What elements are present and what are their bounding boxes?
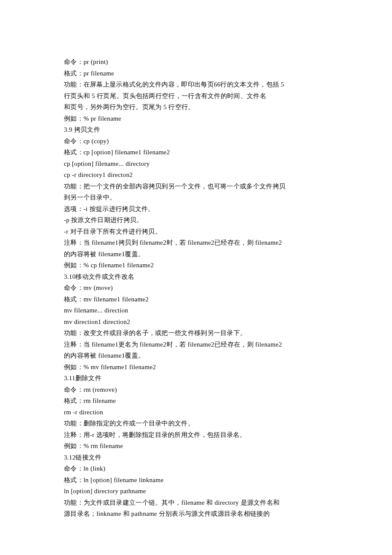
text-line: 例如：% pr filename <box>64 113 328 124</box>
text-line: cp [option] filename... directory <box>64 158 328 170</box>
text-line: ln [option] directory pathname <box>64 486 328 497</box>
text-line: 源目录名；linkname 和 pathname 分别表示与源文件或源目录名相链… <box>64 508 328 520</box>
text-line: 注释：当 filename1更名为 filename2时，若 filename2… <box>64 339 328 350</box>
text-line: -p 按原文件日期进行拷贝。 <box>64 214 328 226</box>
text-line: 例如：% cp filename1 filename2 <box>64 260 328 271</box>
text-line: 格式：cp [option] filename1 filename2 <box>64 147 328 158</box>
text-line: 命令：rm (remove) <box>64 384 328 396</box>
text-line: 行页头和 5 行页尾。页头包括两行空行，一行含有文件的时间、文件名 <box>64 90 328 102</box>
text-line: cp -r directory1 directon2 <box>64 169 328 181</box>
text-line: 和页号，另外两行为空行。页尾为 5 行空行。 <box>64 101 328 113</box>
text-line: 注释：用-r 选项时，将删除指定目录的所用文件，包括目录名。 <box>64 429 328 441</box>
text-line: 的内容将被 filename1覆盖。 <box>64 249 328 260</box>
text-line: mv filename... direction <box>64 305 328 316</box>
text-line: 例如：% rm filename <box>64 440 328 452</box>
text-line: 3.9 拷贝文件 <box>64 124 328 136</box>
text-line: 3.11删除文件 <box>64 373 328 384</box>
text-line: 命令：mv (move) <box>64 282 328 294</box>
text-line: 到另一个目录中。 <box>64 192 328 203</box>
text-line: 格式：ln [option] filename linkname <box>64 474 328 486</box>
text-line: 命令：cp (copy) <box>64 136 328 147</box>
text-line: 3.12链接文件 <box>64 452 328 463</box>
text-line: 例如：% mv filename1 filename2 <box>64 361 328 373</box>
text-line: mv direction1 direction2 <box>64 316 328 328</box>
text-line: 格式：pr filename <box>64 68 328 79</box>
text-line: 功能：在屏幕上显示格式化的文件内容，即印出每页66行的文本文件，包括 5 <box>64 79 328 90</box>
document-page: 命令：pr (print) 格式：pr filename 功能：在屏幕上显示格式… <box>0 0 392 545</box>
text-line: 命令：ln (link) <box>64 463 328 474</box>
text-line: 功能：删除指定的文件或一个目录中的文件。 <box>64 418 328 429</box>
text-line: 格式：mv filename1 filename2 <box>64 294 328 305</box>
text-line: 功能：改变文件或目录的名子，或把一些文件移到另一目录下。 <box>64 327 328 339</box>
text-line: rm -r direction <box>64 407 328 418</box>
text-line: 选项：-i 按提示进行拷贝文件。 <box>64 203 328 215</box>
text-line: 功能：把一个文件的全部内容拷贝到另一个文件，也可将一个或多个文件拷贝 <box>64 181 328 192</box>
text-line: 功能：为文件或目录建立一个链。其中，filename 和 directory 是… <box>64 497 328 509</box>
text-line: 格式：rm filename <box>64 395 328 407</box>
text-line: 3.10移动文件或文件改名 <box>64 271 328 283</box>
text-line: 注释：当 filename1拷贝到 filename2时，若 filename2… <box>64 237 328 249</box>
text-line: 的内容将被 filename1覆盖。 <box>64 350 328 361</box>
text-line: -r 对子目录下所有文件进行拷贝。 <box>64 226 328 237</box>
text-line: 命令：pr (print) <box>64 56 328 68</box>
